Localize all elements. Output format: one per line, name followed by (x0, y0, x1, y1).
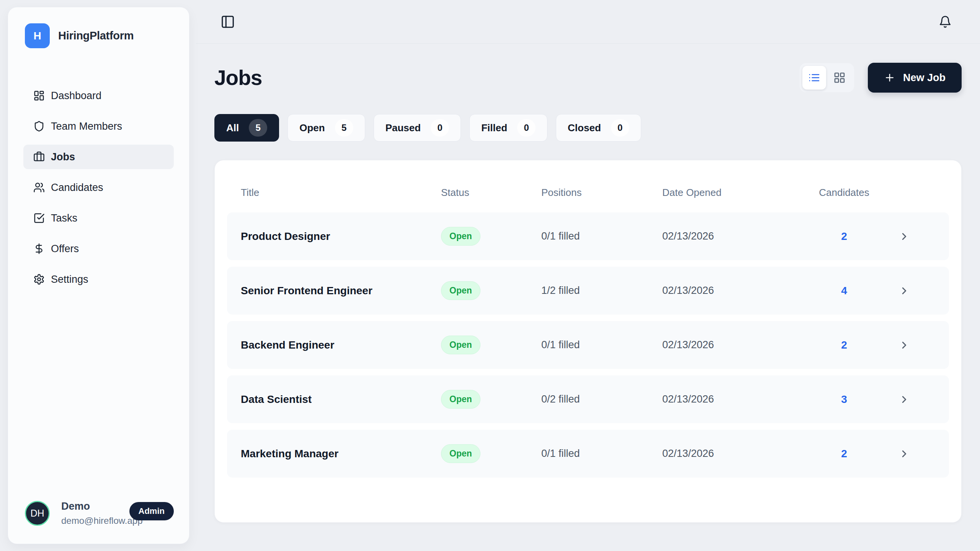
page-header: Jobs New Job (214, 63, 962, 93)
sidebar: H HiringPlatform Dashboard Team Members … (8, 7, 189, 544)
row-open-button[interactable] (873, 394, 935, 405)
column-header-candidates: Candidates (815, 187, 873, 199)
status-badge: Open (441, 390, 480, 409)
candidates-count-link[interactable]: 4 (815, 285, 873, 297)
filter-tab-label: Paused (385, 122, 421, 134)
status-badge: Open (441, 227, 480, 246)
sidebar-item-label: Tasks (51, 212, 77, 224)
sidebar-item-candidates[interactable]: Candidates (23, 175, 174, 200)
status-badge: Open (441, 336, 480, 354)
sidebar-item-label: Jobs (51, 151, 75, 163)
panel-left-icon (220, 15, 235, 29)
row-open-button[interactable] (873, 231, 935, 242)
sidebar-item-dashboard[interactable]: Dashboard (23, 83, 174, 108)
row-open-button[interactable] (873, 448, 935, 460)
page-title: Jobs (214, 65, 262, 90)
avatar: DH (25, 501, 50, 526)
header-controls: New Job (800, 63, 962, 93)
sidebar-item-label: Offers (51, 243, 79, 255)
user-email: demo@hireflow.app (61, 515, 118, 526)
filter-tab-count: 0 (431, 119, 449, 137)
date-opened-cell: 02/13/2026 (662, 230, 815, 242)
status-badge: Open (441, 444, 480, 463)
table-row[interactable]: Data Scientist Open 0/2 filled 02/13/202… (227, 375, 949, 423)
table-row[interactable]: Marketing Manager Open 0/1 filled 02/13/… (227, 430, 949, 478)
check-square-icon (33, 212, 45, 224)
row-open-button[interactable] (873, 339, 935, 351)
user-profile[interactable]: DH Demo demo@hireflow.app Admin (8, 500, 189, 544)
filter-tab-label: Closed (568, 122, 601, 134)
filter-tab-label: Open (299, 122, 325, 134)
filter-tab-paused[interactable]: Paused 0 (374, 114, 461, 142)
app-logo-letter: H (33, 30, 41, 42)
filter-tab-all[interactable]: All 5 (214, 114, 279, 142)
grid-icon (833, 72, 846, 84)
avatar-initials: DH (30, 508, 44, 519)
job-title: Marketing Manager (241, 448, 441, 460)
user-meta: Demo demo@hireflow.app (61, 500, 118, 526)
filter-tab-label: Filled (481, 122, 507, 134)
candidates-count-link[interactable]: 2 (815, 339, 873, 351)
app-title: HiringPlatform (58, 29, 134, 42)
chevron-right-icon (898, 231, 910, 242)
chevron-right-icon (898, 339, 910, 351)
filter-tab-closed[interactable]: Closed 0 (556, 114, 641, 142)
filter-tab-filled[interactable]: Filled 0 (469, 114, 547, 142)
candidates-count-link[interactable]: 2 (815, 230, 873, 243)
sidebar-item-tasks[interactable]: Tasks (23, 206, 174, 230)
candidates-count-link[interactable]: 3 (815, 393, 873, 406)
sidebar-item-jobs[interactable]: Jobs (23, 145, 174, 169)
filter-tab-open[interactable]: Open 5 (287, 114, 365, 142)
positions-cell: 0/2 filled (541, 393, 662, 405)
date-opened-cell: 02/13/2026 (662, 448, 815, 460)
status-filter-tabs: All 5 Open 5 Paused 0 Filled 0 Closed (214, 114, 962, 142)
sidebar-toggle-button[interactable] (220, 15, 235, 29)
main-area: Jobs New Job (196, 0, 980, 551)
new-job-label: New Job (903, 72, 946, 84)
status-badge: Open (441, 281, 480, 300)
table-row[interactable]: Product Designer Open 0/1 filled 02/13/2… (227, 212, 949, 260)
gear-icon (33, 274, 45, 285)
notifications-button[interactable] (939, 15, 952, 28)
view-toggle (800, 63, 854, 92)
chevron-right-icon (898, 394, 910, 405)
chevron-right-icon (898, 448, 910, 460)
job-title: Backend Engineer (241, 339, 441, 351)
job-title: Data Scientist (241, 393, 441, 406)
positions-cell: 1/2 filled (541, 285, 662, 297)
sidebar-item-offers[interactable]: Offers (23, 236, 174, 261)
table-row[interactable]: Backend Engineer Open 0/1 filled 02/13/2… (227, 321, 949, 369)
plus-icon (884, 72, 895, 83)
positions-cell: 0/1 filled (541, 339, 662, 351)
app-window: H HiringPlatform Dashboard Team Members … (0, 0, 980, 551)
list-icon (808, 72, 820, 84)
table-header-row: Title Status Positions Date Opened Candi… (227, 173, 949, 212)
column-header-positions: Positions (541, 187, 662, 199)
role-badge: Admin (129, 502, 174, 520)
shield-icon (33, 121, 45, 132)
bell-icon (939, 15, 952, 28)
sidebar-nav: Dashboard Team Members Jobs Candidates T… (8, 83, 189, 292)
dashboard-icon (33, 90, 45, 101)
sidebar-item-label: Candidates (51, 182, 103, 194)
column-header-date-opened: Date Opened (662, 187, 815, 199)
jobs-table-card: Title Status Positions Date Opened Candi… (214, 160, 962, 523)
sidebar-item-settings[interactable]: Settings (23, 267, 174, 292)
briefcase-icon (33, 151, 45, 163)
job-title: Senior Frontend Engineer (241, 285, 441, 297)
list-view-button[interactable] (802, 66, 826, 90)
grid-view-button[interactable] (828, 66, 851, 90)
candidates-count-link[interactable]: 2 (815, 448, 873, 460)
page-content: Jobs New Job (196, 44, 980, 523)
new-job-button[interactable]: New Job (868, 63, 962, 93)
chevron-right-icon (898, 285, 910, 297)
sidebar-item-team-members[interactable]: Team Members (23, 114, 174, 139)
filter-tab-label: All (226, 122, 239, 134)
row-open-button[interactable] (873, 285, 935, 297)
positions-cell: 0/1 filled (541, 448, 662, 460)
topbar (196, 0, 980, 44)
brand: H HiringPlatform (8, 7, 189, 48)
filter-tab-count: 0 (517, 119, 536, 137)
table-row[interactable]: Senior Frontend Engineer Open 1/2 filled… (227, 267, 949, 315)
sidebar-item-label: Team Members (51, 121, 122, 132)
